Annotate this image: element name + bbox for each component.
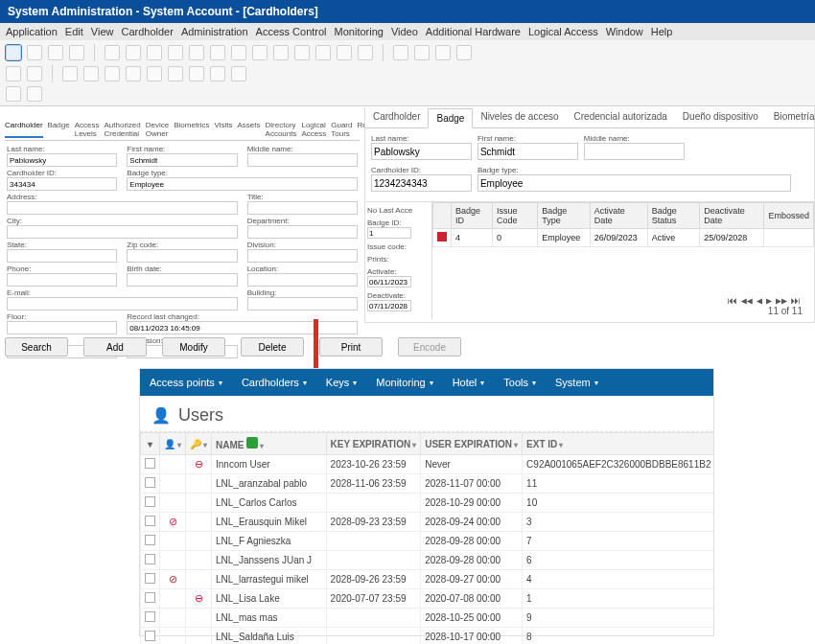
tool-zoom-icon[interactable] [6,45,21,60]
cell-select[interactable] [141,570,160,589]
floor-input[interactable] [7,321,117,334]
tool-icon[interactable] [69,45,84,60]
cell-select[interactable] [141,628,160,645]
search-button[interactable]: Search [5,337,68,356]
col-name[interactable]: NAME ▾ [212,433,327,455]
tab-guard-tours[interactable]: Guard Tours [331,121,352,138]
checkbox[interactable] [145,554,155,564]
tool-icon[interactable] [414,45,430,60]
tool-icon[interactable] [315,45,331,60]
cell-select[interactable] [141,455,160,474]
checkbox[interactable] [145,631,155,641]
cell-select[interactable] [141,494,160,513]
menu-cardholder[interactable]: Cardholder [121,26,173,37]
tab-cardholder[interactable]: Cardholder [5,121,43,138]
col-ext[interactable]: EXT ID▾ [523,433,713,455]
nav-monitoring[interactable]: Monitoring▾ [366,369,442,396]
tool-icon[interactable] [83,66,99,81]
tool-icon[interactable] [168,45,183,60]
tab-badge[interactable]: Badge [48,121,70,138]
col-key-exp[interactable]: KEY EXPIRATION▾ [326,433,421,455]
tool-icon[interactable] [6,66,21,81]
checkbox[interactable] [145,592,155,603]
cell-select[interactable] [141,589,160,609]
zip-input[interactable] [127,249,237,263]
tab-biometría[interactable]: Biometría [766,107,815,127]
first_name-input[interactable] [127,153,237,167]
tool-icon[interactable] [168,66,183,81]
checkbox[interactable] [145,516,155,526]
badge-type-input[interactable] [477,174,791,192]
checkbox[interactable] [145,573,155,584]
cell-select[interactable] [141,609,160,628]
menu-monitoring[interactable]: Monitoring [335,26,384,37]
add-button[interactable]: Add [83,337,147,356]
tool-icon[interactable] [358,45,373,60]
tab-dueño-dispositivo[interactable]: Dueño dispositivo [675,107,766,127]
pager-controls[interactable]: ⏮◀◀◀▶▶▶⏭ [726,295,803,306]
tool-icon[interactable] [62,66,78,81]
tab-directory-accounts[interactable]: Directory Accounts [266,121,297,138]
menu-view[interactable]: View [91,26,114,37]
tool-icon[interactable] [147,66,162,81]
menu-additional-hardware[interactable]: Additional Hardware [426,26,521,37]
tool-icon[interactable] [337,45,352,60]
tab-niveles-de-acceso[interactable]: Niveles de acceso [473,107,566,127]
tab-assets[interactable]: Assets [238,121,261,138]
delete-button[interactable]: Delete [241,337,304,356]
deactivate-input[interactable] [367,300,411,311]
tool-icon[interactable] [435,45,451,60]
location-input[interactable] [247,273,358,287]
nav-cardholders[interactable]: Cardholders▾ [232,369,316,396]
department-input[interactable] [247,225,358,239]
birth-input[interactable] [127,273,237,287]
last-name-input[interactable] [371,143,472,160]
checkbox[interactable] [145,611,155,622]
tab-logical-access[interactable]: Logical Access [301,121,326,138]
tab-badge[interactable]: Badge [428,108,473,128]
cardholder_id-input[interactable] [7,177,117,191]
tool-icon[interactable] [105,66,120,81]
tool-icon[interactable] [147,45,162,60]
checkbox[interactable] [145,535,155,545]
col-select[interactable]: ▾ [141,433,160,455]
tool-icon[interactable] [105,45,120,60]
cell-select[interactable] [141,513,160,532]
badge-col[interactable]: Deactivate Date [700,203,764,229]
cell-select[interactable] [141,474,160,494]
tool-icon[interactable] [189,66,204,81]
tab-cardholder[interactable]: Cardholder [365,107,428,127]
nav-keys[interactable]: Keys▾ [316,369,366,396]
checkbox[interactable] [145,458,155,469]
nav-access-points[interactable]: Access points▾ [140,369,232,396]
tool-icon[interactable] [27,86,42,102]
cardholder-id-input[interactable] [371,174,472,192]
tool-icon[interactable] [456,45,472,60]
record-input[interactable] [127,321,358,334]
badge-col[interactable]: Activate Date [590,203,647,229]
menu-video[interactable]: Video [391,26,418,37]
title-input[interactable] [247,201,358,215]
menu-application[interactable]: Application [6,26,58,37]
tool-icon[interactable] [27,45,42,60]
middle-name-input[interactable] [584,143,685,160]
tool-icon[interactable] [393,45,408,60]
badge-col[interactable]: Embossed [764,203,814,229]
user-row[interactable]: LNL_Carlos Carlos2028-10-29 00:0010110 [141,494,714,513]
col-status2[interactable]: 🔑▾ [186,433,212,455]
tool-print-icon[interactable] [48,45,63,60]
menu-help[interactable]: Help [651,26,673,37]
tool-icon[interactable] [126,66,141,81]
tab-access-levels[interactable]: Access Levels [75,121,100,138]
tool-icon[interactable] [210,45,225,60]
city-input[interactable] [7,225,238,239]
tool-icon[interactable] [231,66,246,81]
last_name-input[interactable] [7,153,117,167]
middle_name-input[interactable] [247,153,358,167]
badge-col[interactable]: Badge Status [647,203,700,229]
badge-col[interactable]: Issue Code [493,203,538,229]
checkbox[interactable] [145,477,155,488]
tool-icon[interactable] [126,45,141,60]
nav-hotel[interactable]: Hotel▾ [443,369,495,396]
address-input[interactable] [7,201,238,215]
